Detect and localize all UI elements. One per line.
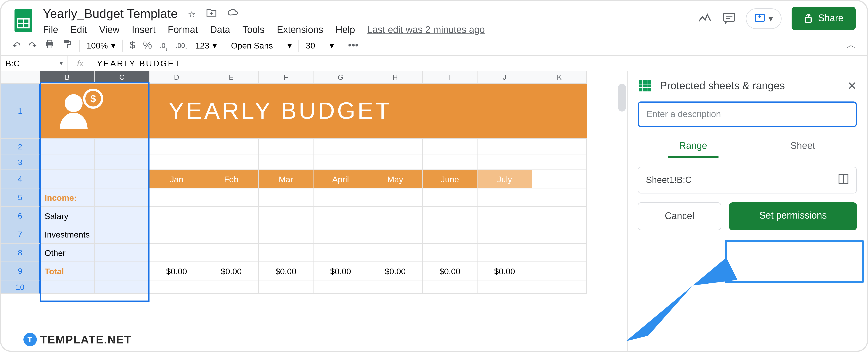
- cell[interactable]: [150, 281, 204, 294]
- cell[interactable]: [95, 170, 150, 188]
- range-input[interactable]: Sheet1!B:C: [638, 167, 857, 193]
- cell[interactable]: [313, 281, 368, 294]
- cell[interactable]: [368, 188, 423, 207]
- row-header[interactable]: 3: [1, 154, 40, 170]
- select-range-icon[interactable]: [838, 174, 848, 186]
- cell[interactable]: [423, 139, 477, 154]
- cell[interactable]: [532, 262, 587, 281]
- cell[interactable]: [204, 154, 259, 170]
- cell[interactable]: [477, 244, 532, 262]
- cell[interactable]: [150, 225, 204, 244]
- column-header[interactable]: J: [477, 71, 532, 84]
- cell[interactable]: [477, 281, 532, 294]
- cell[interactable]: [150, 154, 204, 170]
- cell[interactable]: [368, 225, 423, 244]
- cell[interactable]: [40, 170, 95, 188]
- cell[interactable]: [532, 139, 587, 154]
- star-icon[interactable]: ☆: [188, 9, 196, 19]
- doc-title[interactable]: Yearly_Budget Template: [43, 7, 178, 21]
- cell[interactable]: Mar: [259, 170, 313, 188]
- column-header[interactable]: D: [150, 71, 204, 84]
- cell[interactable]: [40, 154, 95, 170]
- menu-tools[interactable]: Tools: [243, 25, 265, 36]
- income-label[interactable]: Income:: [40, 188, 95, 207]
- menu-view[interactable]: View: [99, 25, 120, 36]
- last-edit-link[interactable]: Last edit was 2 minutes ago: [367, 25, 485, 36]
- zoom-select[interactable]: 100%▾: [87, 40, 116, 51]
- column-header[interactable]: G: [313, 71, 368, 84]
- cloud-icon[interactable]: [227, 8, 239, 20]
- cell[interactable]: [313, 139, 368, 154]
- cell[interactable]: [423, 244, 477, 262]
- sheet-grid[interactable]: BCDEFGHIJK1$YEARLY BUDGET234JanFebMarApr…: [1, 71, 627, 351]
- collapse-toolbar-icon[interactable]: ︿: [847, 40, 856, 51]
- cell[interactable]: [477, 207, 532, 225]
- redo-icon[interactable]: ↷: [28, 39, 37, 52]
- cell[interactable]: [368, 139, 423, 154]
- cell[interactable]: [477, 188, 532, 207]
- cell[interactable]: [368, 207, 423, 225]
- total-label[interactable]: Total: [40, 262, 95, 281]
- row-header[interactable]: 1: [1, 84, 40, 139]
- other-label[interactable]: Other: [40, 244, 95, 262]
- cell[interactable]: [313, 154, 368, 170]
- cell[interactable]: $0.00: [150, 262, 204, 281]
- cell[interactable]: Feb: [204, 170, 259, 188]
- tab-sheet[interactable]: Sheet: [779, 136, 826, 158]
- column-header[interactable]: F: [259, 71, 313, 84]
- cell[interactable]: [477, 139, 532, 154]
- present-button[interactable]: ▾: [746, 8, 781, 29]
- cell[interactable]: [423, 281, 477, 294]
- cell[interactable]: [95, 139, 150, 154]
- font-size-select[interactable]: 30▾: [306, 40, 334, 51]
- cell[interactable]: May: [368, 170, 423, 188]
- row-header[interactable]: 10: [1, 281, 40, 294]
- row-header[interactable]: 5: [1, 188, 40, 207]
- cell[interactable]: [204, 207, 259, 225]
- dec-decimal-icon[interactable]: .0↓: [160, 39, 168, 52]
- cell[interactable]: [259, 225, 313, 244]
- cell[interactable]: [423, 207, 477, 225]
- menu-insert[interactable]: Insert: [132, 25, 156, 36]
- cell[interactable]: [368, 244, 423, 262]
- more-icon[interactable]: •••: [348, 40, 359, 51]
- cell[interactable]: [423, 188, 477, 207]
- font-select[interactable]: Open Sans▾: [231, 40, 292, 51]
- menu-format[interactable]: Format: [168, 25, 198, 36]
- row-header[interactable]: 6: [1, 207, 40, 225]
- share-button[interactable]: Share: [792, 7, 856, 30]
- row-header[interactable]: 7: [1, 225, 40, 244]
- cell[interactable]: [204, 139, 259, 154]
- column-header[interactable]: B: [40, 71, 95, 84]
- inc-decimal-icon[interactable]: .00↑: [176, 39, 188, 52]
- column-header[interactable]: I: [423, 71, 477, 84]
- cell[interactable]: [532, 281, 587, 294]
- cell[interactable]: [95, 207, 150, 225]
- currency-icon[interactable]: $: [130, 40, 135, 51]
- cell[interactable]: [95, 281, 150, 294]
- column-header[interactable]: E: [204, 71, 259, 84]
- percent-icon[interactable]: %: [143, 40, 152, 51]
- cell[interactable]: $0.00: [204, 262, 259, 281]
- cell[interactable]: [532, 188, 587, 207]
- cell[interactable]: [150, 188, 204, 207]
- cell[interactable]: [423, 154, 477, 170]
- cell[interactable]: [313, 225, 368, 244]
- row-header[interactable]: 8: [1, 244, 40, 262]
- cell[interactable]: [259, 281, 313, 294]
- cell[interactable]: $0.00: [477, 262, 532, 281]
- move-icon[interactable]: [206, 8, 217, 20]
- cell[interactable]: April: [313, 170, 368, 188]
- cell[interactable]: [313, 207, 368, 225]
- print-icon[interactable]: [44, 39, 55, 52]
- cell[interactable]: [532, 170, 587, 188]
- cell[interactable]: $0.00: [368, 262, 423, 281]
- cell[interactable]: [259, 139, 313, 154]
- sheets-logo[interactable]: [12, 7, 35, 35]
- menu-extensions[interactable]: Extensions: [277, 25, 323, 36]
- cell[interactable]: July: [477, 170, 532, 188]
- column-header[interactable]: H: [368, 71, 423, 84]
- cell[interactable]: [95, 244, 150, 262]
- cell[interactable]: [204, 281, 259, 294]
- cell[interactable]: [259, 207, 313, 225]
